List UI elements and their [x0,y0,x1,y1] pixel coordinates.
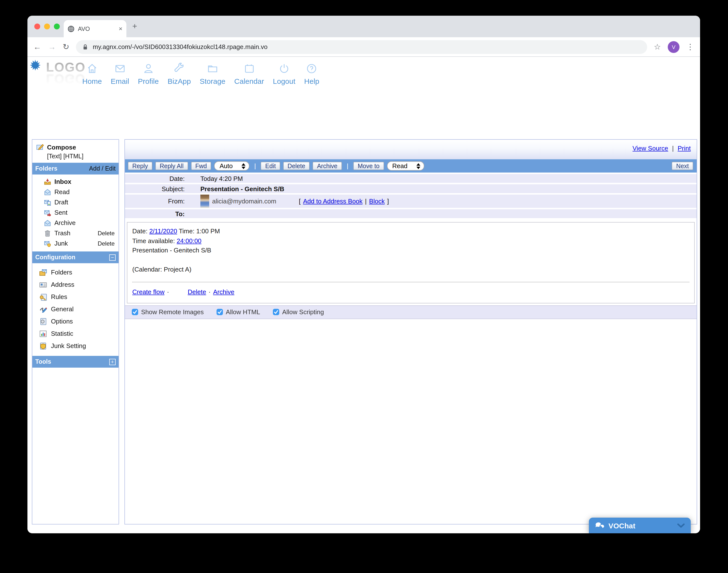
browser-profile-avatar[interactable]: V [668,41,679,53]
subject-row: Subject: Presentation - Genitech S/B [125,184,696,193]
folder-item-junk[interactable]: Junk Delete [32,238,119,249]
sent-envelope-icon [44,209,51,216]
nav-item-profile[interactable]: Profile [138,63,159,85]
globe-favicon-icon [68,25,74,32]
sender-avatar [201,195,209,208]
gear-doc-icon [39,317,47,325]
nav-item-logout[interactable]: Logout [273,63,295,85]
zoom-window-button[interactable] [54,23,60,30]
select-arrows-icon [416,163,420,169]
config-item-junk-setting[interactable]: Junk Setting [32,340,119,352]
read-select[interactable]: Read [387,161,424,170]
reload-icon[interactable]: ↻ [63,42,69,51]
junk-envelope-icon [44,240,51,247]
top-nav: LOGO LOGO Home Email [27,57,700,98]
email-icon [114,63,126,74]
folders-icon [39,268,47,276]
view-source-link[interactable]: View Source [632,145,668,152]
reply-button[interactable]: Reply [128,162,152,170]
nav-item-help[interactable]: Help [304,63,320,85]
config-item-folders[interactable]: Folders [32,266,119,278]
folders-section-header: Folders Add / Edit [32,163,119,174]
folders-add-edit-link[interactable]: Add / Edit [89,165,116,172]
minimize-window-button[interactable] [44,23,50,30]
url-text: my.agnx.com/-/vo/SID600313304fokiuzokcl1… [93,43,268,50]
nav-item-storage[interactable]: Storage [200,63,225,85]
print-link[interactable]: Print [678,145,691,152]
browser-toolbar: ← → ↻ my.agnx.com/-/vo/SID600313304fokiu… [27,37,700,57]
help-icon [306,63,318,74]
config-item-address[interactable]: Address [32,278,119,291]
checkbox-checked-icon [132,309,138,315]
folder-item-inbox[interactable]: Inbox [32,176,119,187]
sidebar: Compose [Text] [HTML] Folders Add / Edit [32,139,119,524]
folder-item-read[interactable]: Read [32,187,119,197]
collapse-icon[interactable]: − [109,254,116,261]
delete-button[interactable]: Delete [283,162,310,170]
date-row: Date: Today 4:20 PM [125,174,696,183]
archive-button[interactable]: Archive [313,162,342,170]
select-arrows-icon [241,163,245,169]
nav-item-email[interactable]: Email [111,63,129,85]
nav-item-calendar[interactable]: Calendar [234,63,264,85]
site-logo: LOGO [46,61,86,73]
allow-scripting-checkbox[interactable]: Allow Scripting [273,308,324,316]
show-remote-images-checkbox[interactable]: Show Remote Images [132,308,204,316]
folder-item-sent[interactable]: Sent [32,207,119,218]
block-link[interactable]: Block [369,198,385,205]
from-label: From: [125,198,189,205]
add-to-address-book-link[interactable]: Add to Address Book [303,198,362,205]
checkbox-checked-icon [217,309,223,315]
edit-button[interactable]: Edit [261,162,280,170]
allow-html-checkbox[interactable]: Allow HTML [217,308,260,316]
content-area: Compose [Text] [HTML] Folders Add / Edit [32,139,697,524]
next-button[interactable]: Next [672,162,693,170]
browser-tab[interactable]: AVO × [64,20,126,37]
nav-item-bizapp[interactable]: BizApp [168,63,191,85]
address-bar[interactable]: my.agnx.com/-/vo/SID600313304fokiuzokcl1… [76,40,647,54]
key-icon [39,293,47,301]
body-action-links: Create flow · Delete · Archive [132,287,689,297]
trash-delete-link[interactable]: Delete [98,230,115,237]
folder-item-trash[interactable]: Trash Delete [32,228,119,238]
toolbar-separator: | [345,162,350,170]
checkbox-checked-icon [273,309,279,315]
body-time-link[interactable]: 24:00:00 [177,237,201,244]
body-archive-link[interactable]: Archive [213,287,234,297]
create-flow-link[interactable]: Create flow [132,287,165,297]
move-to-button[interactable]: Move to [353,162,384,170]
folder-item-archive[interactable]: Archive [32,218,119,228]
vochat-label: VOChat [609,521,673,530]
reply-all-button[interactable]: Reply All [155,162,188,170]
to-row: To: [125,209,696,218]
subject-value: Presentation - Genitech S/B [189,185,284,192]
junk-delete-link[interactable]: Delete [98,240,115,247]
tab-close-icon[interactable]: × [119,25,122,32]
config-item-rules[interactable]: Rules [32,291,119,303]
body-delete-link[interactable]: Delete [188,287,206,297]
config-item-options[interactable]: Options [32,315,119,327]
config-item-statistic[interactable]: Statistic [32,327,119,340]
close-window-button[interactable] [34,23,40,30]
config-item-general[interactable]: General [32,303,119,315]
profile-icon [143,63,154,74]
shield-icon [39,342,47,350]
draft-envelope-icon [44,199,51,206]
auto-select[interactable]: Auto [214,161,249,170]
vochat-widget[interactable]: VOChat [589,518,691,533]
expand-icon[interactable]: + [109,359,116,365]
folder-item-draft[interactable]: Draft [32,197,119,207]
forward-button[interactable]: Fwd [191,162,211,170]
message-body: Date: 2/11/2020 Time: 1:00 PM Time avail… [127,222,695,303]
bookmark-star-icon[interactable]: ☆ [654,42,661,51]
new-tab-button[interactable]: + [132,21,137,32]
compose-button[interactable]: Compose [32,140,119,152]
back-icon[interactable]: ← [33,42,41,51]
trash-icon [44,230,51,237]
body-date-link[interactable]: 2/11/2020 [149,227,177,235]
chevron-down-icon[interactable] [677,523,685,528]
header-links-separator: | [672,145,674,152]
compose-mode-links[interactable]: [Text] [HTML] [32,152,119,163]
nav-item-home[interactable]: Home [82,63,102,85]
browser-menu-icon[interactable]: ⋮ [686,42,694,51]
